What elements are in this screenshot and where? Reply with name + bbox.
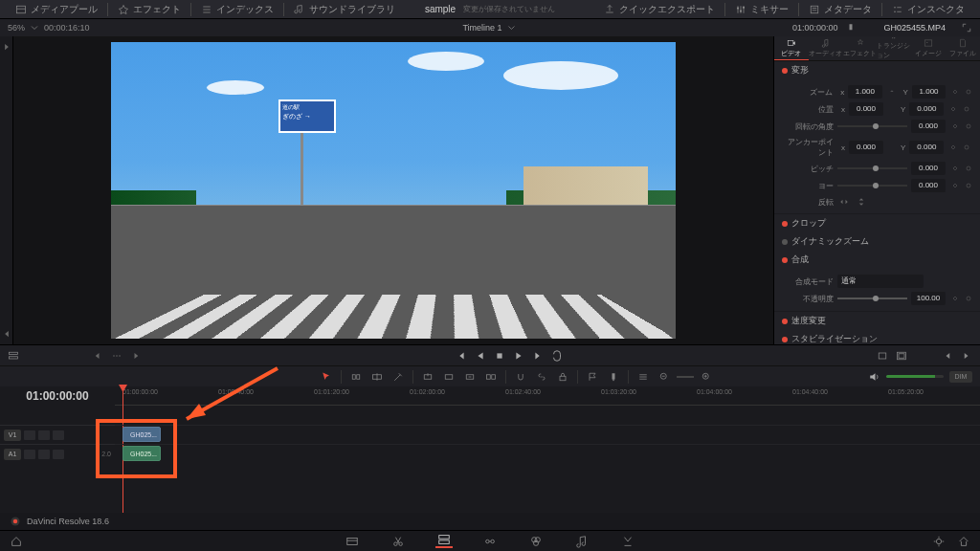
last-frame-button[interactable] [531, 349, 545, 363]
zoom-y-input[interactable]: 1.000 [912, 85, 946, 99]
insert-button[interactable] [419, 369, 436, 385]
pos-y-input[interactable]: 0.000 [909, 102, 944, 116]
viewer-zoom[interactable]: 56% [8, 23, 25, 33]
metadata-button[interactable]: メタデータ [801, 3, 880, 16]
timeline-timecode[interactable]: 01:00:00:00 [0, 386, 115, 406]
zoom-out-button[interactable] [656, 369, 673, 385]
video-clip[interactable]: GH025... [122, 427, 161, 442]
tab-image[interactable]: イメージ [911, 36, 946, 60]
effects-button[interactable]: エフェクト [110, 3, 189, 16]
marker-icon[interactable] [845, 22, 857, 33]
safe-area-icon[interactable] [896, 350, 907, 362]
video-track-head[interactable]: V1 [0, 425, 115, 444]
tab-video[interactable]: ビデオ [774, 36, 809, 60]
media-page[interactable] [344, 535, 361, 548]
section-speed[interactable]: 速度変更 [774, 312, 980, 330]
fit-to-fill-button[interactable] [482, 369, 500, 385]
first-frame-button[interactable] [455, 349, 468, 363]
track-v1-label[interactable]: V1 [4, 430, 21, 441]
marker-button[interactable] [605, 369, 622, 385]
timeline-name[interactable]: Timeline 1 [462, 23, 501, 33]
lock-button[interactable] [554, 369, 571, 385]
zoom-slider[interactable] [677, 369, 694, 385]
tab-file[interactable]: ファイル [946, 36, 980, 60]
yaw-input[interactable]: 0.000 [911, 179, 946, 192]
zoom-x-input[interactable]: 1.000 [848, 85, 881, 99]
speaker-icon[interactable] [867, 371, 880, 383]
reset-icon[interactable] [963, 143, 970, 151]
play-reverse-button[interactable] [474, 349, 487, 363]
yaw-slider[interactable] [837, 185, 907, 187]
zoom-in-button[interactable] [698, 369, 715, 385]
track-mute-button[interactable] [38, 450, 50, 459]
volume-slider[interactable] [886, 375, 944, 378]
fairlight-page[interactable] [573, 535, 590, 548]
project-manager-icon[interactable] [957, 535, 970, 548]
section-transform[interactable]: 変形 [774, 61, 980, 79]
flip-h-button[interactable] [837, 196, 851, 208]
track-auto-select[interactable] [53, 430, 64, 440]
reset-icon[interactable] [965, 295, 972, 302]
chevron-down-icon[interactable] [506, 22, 518, 33]
flag-button[interactable] [584, 369, 601, 385]
link-button[interactable] [533, 369, 550, 385]
tab-effect[interactable]: エフェクト [843, 36, 878, 60]
pos-x-input[interactable]: 0.000 [849, 102, 883, 116]
section-dynamic-zoom[interactable]: ダイナミックズーム [774, 232, 980, 251]
keyframe-icon[interactable] [951, 165, 959, 172]
blend-mode-select[interactable]: 通常 [837, 275, 924, 288]
track-disable-button[interactable] [38, 430, 50, 440]
trim-tool[interactable] [347, 369, 365, 385]
keyframe-icon[interactable] [951, 295, 959, 302]
timeline-view-icon[interactable] [8, 350, 19, 362]
selection-tool[interactable] [318, 369, 335, 385]
prev-edit-icon[interactable] [92, 350, 103, 362]
audio-clip[interactable]: GH025... [122, 446, 161, 461]
stop-button[interactable] [493, 349, 506, 363]
mixer-button[interactable]: ミキサー [727, 3, 796, 16]
opacity-input[interactable]: 100.00 [911, 292, 946, 305]
tab-audio[interactable]: オーディオ [809, 36, 843, 60]
rotation-slider[interactable] [837, 125, 907, 127]
audio-track-head[interactable]: A1 2.0 [0, 444, 115, 463]
track-solo-button[interactable] [53, 450, 64, 459]
reset-icon[interactable] [965, 88, 972, 96]
dynamic-trim-tool[interactable] [368, 369, 386, 385]
jump-end-icon[interactable] [961, 350, 972, 362]
track-a1-label[interactable]: A1 [4, 449, 21, 460]
loop-button[interactable] [550, 349, 564, 363]
dim-button[interactable]: DIM [949, 371, 972, 383]
chevron-down-icon[interactable] [29, 22, 40, 33]
overwrite-button[interactable] [440, 369, 457, 385]
anchor-y-input[interactable]: 0.000 [909, 141, 944, 154]
section-composite[interactable]: 合成 [774, 251, 980, 269]
rotation-input[interactable]: 0.000 [911, 120, 946, 133]
blade-tool[interactable] [390, 369, 407, 385]
sound-library-button[interactable]: サウンドライブラリ [286, 3, 403, 16]
section-crop[interactable]: クロップ [774, 214, 980, 232]
home-icon[interactable] [10, 535, 23, 548]
timeline-options-button[interactable] [635, 369, 652, 385]
project-settings-icon[interactable] [932, 535, 946, 548]
pitch-slider[interactable] [837, 167, 907, 169]
match-frame-icon[interactable] [877, 350, 888, 362]
index-button[interactable]: インデックス [193, 3, 281, 16]
jump-start-icon[interactable] [942, 350, 953, 362]
cut-page[interactable] [390, 535, 407, 548]
quick-export-button[interactable]: クイックエクスポート [596, 3, 723, 16]
timeline-viewer[interactable]: 道の駅 ぎのざ → [13, 36, 773, 344]
color-page[interactable] [527, 535, 545, 548]
media-pool-button[interactable]: メディアプール [8, 3, 105, 16]
reset-icon[interactable] [965, 122, 972, 130]
link-icon[interactable] [888, 88, 896, 96]
replace-button[interactable] [461, 369, 479, 385]
snap-button[interactable] [512, 369, 529, 385]
keyframe-icon[interactable] [951, 122, 959, 130]
reset-icon[interactable] [965, 165, 972, 172]
deliver-page[interactable] [619, 535, 636, 548]
opacity-slider[interactable] [837, 298, 907, 299]
keyframe-icon[interactable] [951, 88, 959, 96]
keyframe-icon[interactable] [951, 182, 959, 189]
anchor-x-input[interactable]: 0.000 [849, 141, 883, 154]
timeline-tracks[interactable]: GH025... GH025... [115, 425, 980, 463]
